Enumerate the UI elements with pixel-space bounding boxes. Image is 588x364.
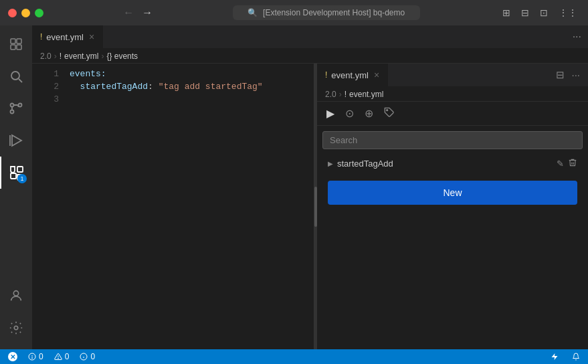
split-icon[interactable]: ⊟ <box>518 6 532 19</box>
error-icon <box>28 353 36 361</box>
lightning-icon <box>551 353 559 361</box>
activity-search[interactable] <box>0 60 32 92</box>
tab-icon-warning: ! <box>40 32 42 41</box>
status-xmark[interactable]: ✕ <box>5 352 20 361</box>
title-bar-center[interactable]: 🔍 [Extension Development Host] bq-demo <box>233 5 420 20</box>
svg-rect-2 <box>11 45 15 50</box>
right-tab-close[interactable]: × <box>374 70 379 80</box>
activity-bottom <box>0 280 32 349</box>
split-divider-handle <box>314 187 317 227</box>
zoom-button[interactable]: ⊕ <box>361 104 377 122</box>
back-arrow[interactable]: ← <box>123 7 134 19</box>
breadcrumb-path[interactable]: {} events <box>106 52 138 61</box>
right-breadcrumb: 2.0 › ! event.yml <box>317 87 588 102</box>
window-title: [Extension Development Host] bq-demo <box>263 8 405 17</box>
status-warnings[interactable]: 0 <box>52 352 72 361</box>
svg-point-6 <box>11 104 14 107</box>
circle-button[interactable]: ⊙ <box>341 104 358 122</box>
right-toolbar: ▶ ⊙ ⊕ <box>317 102 588 126</box>
event-list-item[interactable]: ▶ startedTagAdd ✎ <box>322 155 583 173</box>
error-count: 0 <box>39 352 43 361</box>
svg-point-18 <box>32 358 33 359</box>
svg-marker-9 <box>12 135 21 146</box>
title-bar-right: ⊞ ⊟ ⊡ ⋮⋮ <box>500 6 580 19</box>
new-button[interactable]: New <box>328 181 577 205</box>
split-divider[interactable] <box>314 64 317 349</box>
event-arrow-icon: ▶ <box>328 160 333 167</box>
forward-arrow[interactable]: → <box>142 7 153 19</box>
title-bar: ← → 🔍 [Extension Development Host] bq-de… <box>0 0 588 25</box>
status-bar-right <box>548 353 583 361</box>
activity-run[interactable] <box>0 124 32 157</box>
title-bar-nav: ← → <box>123 7 153 19</box>
svg-rect-1 <box>17 39 21 43</box>
line-number-3: 3 <box>43 94 59 104</box>
right-tab-event-yml[interactable]: ! event.yml × <box>317 64 388 86</box>
left-tab-more[interactable]: ··· <box>566 25 588 48</box>
right-breadcrumb-file[interactable]: event.yml <box>349 90 383 99</box>
close-traffic-light[interactable] <box>8 9 17 17</box>
status-x-icon: ✕ <box>8 352 17 361</box>
editors-split: 1 events: 2 startedTagAdd: "tag add star… <box>32 64 588 349</box>
svg-point-4 <box>11 72 19 80</box>
maximize-traffic-light[interactable] <box>35 9 43 17</box>
breadcrumb-version: 2.0 <box>40 52 52 61</box>
right-tab-bar: ! event.yml × ⊟ ··· <box>317 64 588 87</box>
info-count: 0 <box>90 352 95 361</box>
code-line-1: 1 events: <box>32 69 314 82</box>
tag-button[interactable] <box>380 104 399 123</box>
right-breadcrumb-warning: ! <box>345 90 347 99</box>
breadcrumb-file[interactable]: event.yml <box>64 52 98 61</box>
layout-icon[interactable]: ⊞ <box>500 6 513 19</box>
left-tab-bar: ! event.yml × ··· <box>32 25 588 49</box>
split-editor-icon[interactable]: ⊟ <box>553 68 567 82</box>
left-tab-event-yml[interactable]: ! event.yml × <box>32 25 103 48</box>
status-bar: ✕ 0 0 0 <box>0 349 588 364</box>
search-input[interactable] <box>322 131 583 149</box>
svg-rect-3 <box>17 45 21 50</box>
right-tab-label: event.yml <box>331 70 369 80</box>
left-breadcrumb: 2.0 › ! event.yml › {} events <box>32 49 588 64</box>
status-lightning[interactable] <box>548 353 561 361</box>
event-edit-icon[interactable]: ✎ <box>557 159 564 169</box>
status-info[interactable]: 0 <box>77 352 98 361</box>
editor-area: ! event.yml × ··· 2.0 › ! event.yml › {}… <box>32 25 588 349</box>
status-bell[interactable] <box>569 353 583 361</box>
right-breadcrumb-version: 2.0 <box>325 90 336 99</box>
right-content: ▶ startedTagAdd ✎ N <box>317 126 588 349</box>
event-delete-icon[interactable] <box>568 158 577 169</box>
activity-explorer[interactable] <box>0 28 32 60</box>
svg-point-15 <box>387 109 388 110</box>
info-icon <box>80 353 88 361</box>
right-tab-more-btn[interactable]: ··· <box>569 68 583 82</box>
activity-accounts[interactable] <box>0 280 32 312</box>
panels-icon[interactable]: ⊡ <box>537 6 551 19</box>
minimize-traffic-light[interactable] <box>21 9 30 17</box>
code-area: 1 events: 2 startedTagAdd: "tag add star… <box>32 64 314 349</box>
bell-icon <box>572 353 580 361</box>
svg-point-20 <box>58 358 58 359</box>
svg-line-5 <box>19 79 22 82</box>
main-layout: 1 ! event.yml × <box>0 25 588 349</box>
svg-point-13 <box>13 291 18 296</box>
activity-extensions[interactable]: 1 <box>0 157 32 189</box>
svg-point-8 <box>11 110 14 114</box>
left-tab-close[interactable]: × <box>89 32 94 41</box>
code-line-2: 2 startedTagAdd: "tag add startedTag" <box>32 82 314 94</box>
left-code-editor: 1 events: 2 startedTagAdd: "tag add star… <box>32 64 314 349</box>
activity-settings[interactable] <box>0 312 32 344</box>
code-content-2: startedTagAdd: "tag add startedTag" <box>70 82 303 92</box>
overflow-icon[interactable]: ⋮⋮ <box>556 6 580 19</box>
warning-count: 0 <box>65 352 70 361</box>
extensions-badge: 1 <box>17 174 27 183</box>
svg-rect-12 <box>17 167 23 172</box>
line-number-2: 2 <box>43 82 59 92</box>
play-button[interactable]: ▶ <box>322 104 338 122</box>
status-errors[interactable]: 0 <box>25 352 46 361</box>
activity-bar: 1 <box>0 25 32 349</box>
activity-source-control[interactable] <box>0 92 32 124</box>
svg-point-14 <box>14 326 18 330</box>
left-tab-label: event.yml <box>46 32 84 42</box>
svg-rect-11 <box>11 173 16 179</box>
traffic-lights <box>8 9 43 17</box>
